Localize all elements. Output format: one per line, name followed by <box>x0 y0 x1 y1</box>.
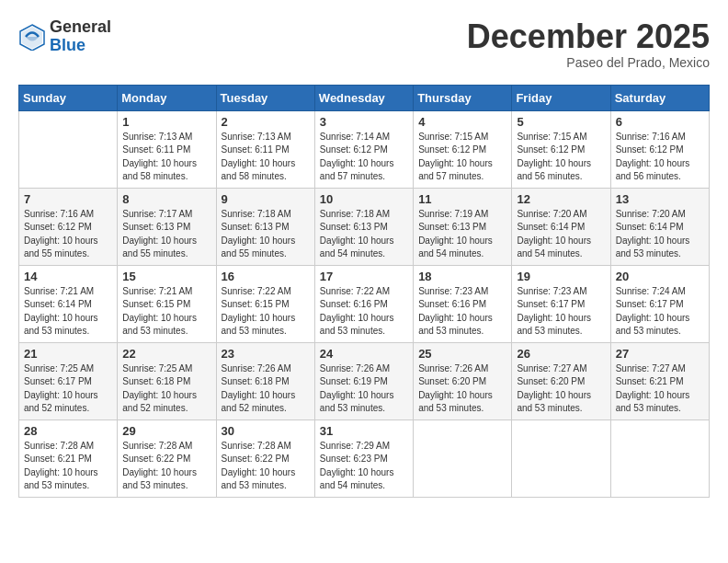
calendar-cell: 15Sunrise: 7:21 AM Sunset: 6:15 PM Dayli… <box>118 265 216 342</box>
calendar-cell: 22Sunrise: 7:25 AM Sunset: 6:18 PM Dayli… <box>118 342 216 419</box>
calendar-cell <box>19 110 118 188</box>
day-info: Sunrise: 7:22 AM Sunset: 6:16 PM Dayligh… <box>320 285 408 339</box>
day-number: 31 <box>320 424 408 438</box>
day-number: 19 <box>517 270 605 283</box>
calendar-cell <box>414 419 512 497</box>
day-info: Sunrise: 7:26 AM Sunset: 6:19 PM Dayligh… <box>320 362 408 416</box>
calendar-cell: 31Sunrise: 7:29 AM Sunset: 6:23 PM Dayli… <box>314 419 413 497</box>
day-info: Sunrise: 7:21 AM Sunset: 6:15 PM Dayligh… <box>122 285 210 339</box>
day-number: 30 <box>222 424 310 438</box>
weekday-header-sunday: Sunday <box>19 85 118 110</box>
calendar-cell: 13Sunrise: 7:20 AM Sunset: 6:14 PM Dayli… <box>610 188 709 265</box>
day-number: 22 <box>122 347 210 361</box>
day-info: Sunrise: 7:16 AM Sunset: 6:12 PM Dayligh… <box>24 208 112 261</box>
day-number: 14 <box>24 270 112 283</box>
logo-text: General Blue <box>50 18 111 55</box>
calendar-cell <box>512 419 610 497</box>
day-info: Sunrise: 7:27 AM Sunset: 6:20 PM Dayligh… <box>517 362 605 416</box>
day-info: Sunrise: 7:15 AM Sunset: 6:12 PM Dayligh… <box>418 131 506 184</box>
calendar-cell: 26Sunrise: 7:27 AM Sunset: 6:20 PM Dayli… <box>512 342 610 419</box>
day-number: 16 <box>222 270 310 283</box>
calendar-cell: 17Sunrise: 7:22 AM Sunset: 6:16 PM Dayli… <box>314 265 413 342</box>
day-number: 5 <box>517 115 605 129</box>
day-info: Sunrise: 7:21 AM Sunset: 6:14 PM Dayligh… <box>24 285 112 339</box>
day-number: 6 <box>616 115 704 129</box>
day-number: 24 <box>320 347 408 361</box>
calendar-cell: 5Sunrise: 7:15 AM Sunset: 6:12 PM Daylig… <box>512 110 610 188</box>
day-number: 11 <box>418 192 506 206</box>
calendar-cell: 18Sunrise: 7:23 AM Sunset: 6:16 PM Dayli… <box>414 265 512 342</box>
calendar-cell: 27Sunrise: 7:27 AM Sunset: 6:21 PM Dayli… <box>610 342 709 419</box>
day-info: Sunrise: 7:24 AM Sunset: 6:17 PM Dayligh… <box>616 285 704 339</box>
title-block: December 2025 Paseo del Prado, Mexico <box>467 18 710 70</box>
calendar-cell: 21Sunrise: 7:25 AM Sunset: 6:17 PM Dayli… <box>19 342 118 419</box>
location-text: Paseo del Prado, Mexico <box>467 55 710 70</box>
calendar-week-row: 28Sunrise: 7:28 AM Sunset: 6:21 PM Dayli… <box>19 419 710 497</box>
day-info: Sunrise: 7:20 AM Sunset: 6:14 PM Dayligh… <box>616 208 704 261</box>
calendar-cell: 3Sunrise: 7:14 AM Sunset: 6:12 PM Daylig… <box>314 110 413 188</box>
calendar-cell: 14Sunrise: 7:21 AM Sunset: 6:14 PM Dayli… <box>19 265 118 342</box>
page-header: General Blue December 2025 Paseo del Pra… <box>18 18 710 70</box>
day-number: 21 <box>24 347 112 361</box>
calendar-table: SundayMondayTuesdayWednesdayThursdayFrid… <box>18 85 710 498</box>
calendar-cell: 4Sunrise: 7:15 AM Sunset: 6:12 PM Daylig… <box>414 110 512 188</box>
day-number: 3 <box>320 115 408 129</box>
day-number: 2 <box>222 115 310 129</box>
day-info: Sunrise: 7:25 AM Sunset: 6:17 PM Dayligh… <box>24 362 112 416</box>
weekday-header-tuesday: Tuesday <box>216 85 314 110</box>
day-info: Sunrise: 7:23 AM Sunset: 6:16 PM Dayligh… <box>418 285 506 339</box>
calendar-cell: 8Sunrise: 7:17 AM Sunset: 6:13 PM Daylig… <box>118 188 216 265</box>
calendar-cell: 16Sunrise: 7:22 AM Sunset: 6:15 PM Dayli… <box>216 265 314 342</box>
day-number: 17 <box>320 270 408 283</box>
day-number: 8 <box>122 192 210 206</box>
day-number: 13 <box>616 192 704 206</box>
calendar-cell: 19Sunrise: 7:23 AM Sunset: 6:17 PM Dayli… <box>512 265 610 342</box>
calendar-week-row: 7Sunrise: 7:16 AM Sunset: 6:12 PM Daylig… <box>19 188 710 265</box>
day-info: Sunrise: 7:23 AM Sunset: 6:17 PM Dayligh… <box>517 285 605 339</box>
logo: General Blue <box>18 18 111 55</box>
day-number: 1 <box>122 115 210 129</box>
day-number: 25 <box>418 347 506 361</box>
day-number: 26 <box>517 347 605 361</box>
day-number: 23 <box>222 347 310 361</box>
calendar-cell <box>610 419 709 497</box>
calendar-cell: 24Sunrise: 7:26 AM Sunset: 6:19 PM Dayli… <box>314 342 413 419</box>
day-info: Sunrise: 7:18 AM Sunset: 6:13 PM Dayligh… <box>320 208 408 261</box>
logo-icon <box>18 23 46 51</box>
day-info: Sunrise: 7:29 AM Sunset: 6:23 PM Dayligh… <box>320 440 408 493</box>
day-info: Sunrise: 7:17 AM Sunset: 6:13 PM Dayligh… <box>122 208 210 261</box>
day-number: 28 <box>24 424 112 438</box>
calendar-cell: 10Sunrise: 7:18 AM Sunset: 6:13 PM Dayli… <box>314 188 413 265</box>
calendar-cell: 12Sunrise: 7:20 AM Sunset: 6:14 PM Dayli… <box>512 188 610 265</box>
weekday-header-saturday: Saturday <box>610 85 709 110</box>
calendar-cell: 23Sunrise: 7:26 AM Sunset: 6:18 PM Dayli… <box>216 342 314 419</box>
calendar-cell: 9Sunrise: 7:18 AM Sunset: 6:13 PM Daylig… <box>216 188 314 265</box>
calendar-week-row: 21Sunrise: 7:25 AM Sunset: 6:17 PM Dayli… <box>19 342 710 419</box>
month-title: December 2025 <box>467 18 710 55</box>
day-info: Sunrise: 7:28 AM Sunset: 6:22 PM Dayligh… <box>222 440 310 493</box>
logo-general-text: General <box>50 18 111 37</box>
day-info: Sunrise: 7:13 AM Sunset: 6:11 PM Dayligh… <box>222 131 310 184</box>
day-info: Sunrise: 7:18 AM Sunset: 6:13 PM Dayligh… <box>222 208 310 261</box>
day-info: Sunrise: 7:19 AM Sunset: 6:13 PM Dayligh… <box>418 208 506 261</box>
day-info: Sunrise: 7:22 AM Sunset: 6:15 PM Dayligh… <box>222 285 310 339</box>
day-number: 29 <box>122 424 210 438</box>
day-number: 18 <box>418 270 506 283</box>
day-info: Sunrise: 7:20 AM Sunset: 6:14 PM Dayligh… <box>517 208 605 261</box>
calendar-cell: 6Sunrise: 7:16 AM Sunset: 6:12 PM Daylig… <box>610 110 709 188</box>
day-number: 9 <box>222 192 310 206</box>
calendar-cell: 2Sunrise: 7:13 AM Sunset: 6:11 PM Daylig… <box>216 110 314 188</box>
calendar-cell: 20Sunrise: 7:24 AM Sunset: 6:17 PM Dayli… <box>610 265 709 342</box>
day-info: Sunrise: 7:28 AM Sunset: 6:22 PM Dayligh… <box>122 440 210 493</box>
calendar-cell: 30Sunrise: 7:28 AM Sunset: 6:22 PM Dayli… <box>216 419 314 497</box>
day-info: Sunrise: 7:26 AM Sunset: 6:20 PM Dayligh… <box>418 362 506 416</box>
day-info: Sunrise: 7:28 AM Sunset: 6:21 PM Dayligh… <box>24 440 112 493</box>
weekday-header-friday: Friday <box>512 85 610 110</box>
calendar-week-row: 14Sunrise: 7:21 AM Sunset: 6:14 PM Dayli… <box>19 265 710 342</box>
day-number: 4 <box>418 115 506 129</box>
day-number: 10 <box>320 192 408 206</box>
day-number: 12 <box>517 192 605 206</box>
day-info: Sunrise: 7:14 AM Sunset: 6:12 PM Dayligh… <box>320 131 408 184</box>
calendar-cell: 1Sunrise: 7:13 AM Sunset: 6:11 PM Daylig… <box>118 110 216 188</box>
day-info: Sunrise: 7:13 AM Sunset: 6:11 PM Dayligh… <box>122 131 210 184</box>
